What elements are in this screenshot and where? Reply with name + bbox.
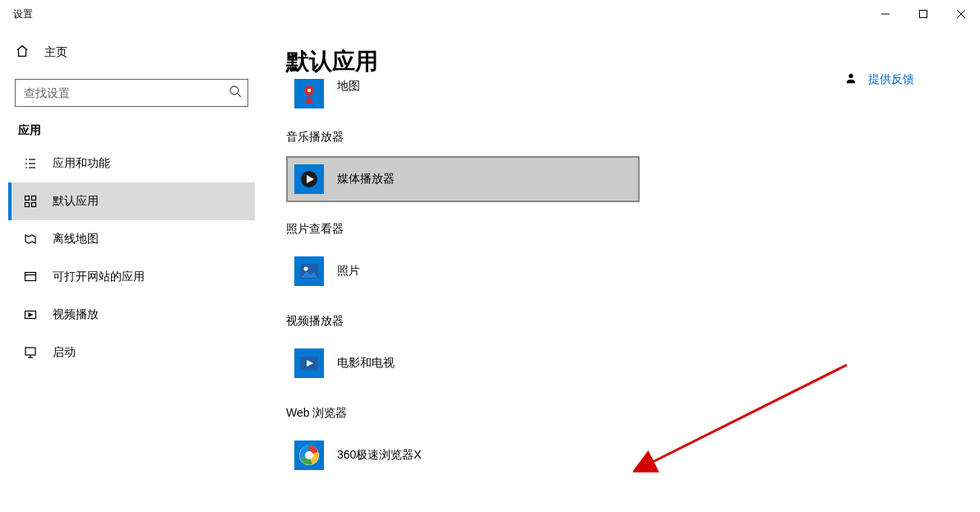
video-playback-icon	[23, 308, 38, 321]
svg-rect-15	[32, 203, 36, 207]
nav-video-playback[interactable]: 视频播放	[8, 296, 255, 334]
default-app-icon	[23, 195, 38, 208]
search-wrap	[15, 79, 248, 107]
nav-label: 视频播放	[53, 307, 99, 322]
window-controls	[867, 1, 980, 27]
svg-rect-13	[32, 196, 36, 201]
photos-app-icon	[294, 256, 324, 286]
sidebar-section: 应用	[18, 123, 255, 138]
app-name: 媒体播放器	[337, 172, 395, 187]
category-web: Web 浏览器 360极速浏览器X	[286, 406, 980, 478]
category-label: 音乐播放器	[286, 130, 980, 145]
app-name: 电影和电视	[337, 356, 395, 371]
svg-point-30	[304, 267, 308, 271]
main-content: 默认应用 提供反馈 地图 音乐播放器	[255, 28, 980, 512]
app-tile-photo[interactable]: 照片	[286, 248, 640, 294]
sidebar: 主页 应用 应用和功能	[0, 28, 255, 512]
nav-startup[interactable]: 启动	[8, 334, 255, 371]
svg-point-35	[305, 451, 313, 459]
app-tile-maps[interactable]: 地图	[286, 77, 640, 110]
app-name: 照片	[337, 264, 360, 279]
titlebar: 设置	[0, 0, 980, 28]
nav-label: 应用和功能	[53, 156, 110, 171]
nav-default-apps[interactable]: 默认应用	[8, 182, 255, 220]
svg-rect-19	[25, 348, 35, 355]
website-app-icon	[23, 270, 38, 284]
search-input[interactable]	[15, 79, 248, 107]
close-button[interactable]	[942, 1, 980, 27]
svg-point-22	[848, 74, 853, 78]
nav-apps-features[interactable]: 应用和功能	[8, 145, 255, 182]
nav-offline-maps[interactable]: 离线地图	[8, 220, 255, 258]
svg-point-25	[307, 89, 311, 92]
movies-tv-icon	[294, 348, 324, 378]
nav-label: 默认应用	[53, 194, 99, 209]
category-label: 视频播放器	[286, 314, 980, 329]
nav-label: 可打开网站的应用	[53, 270, 145, 284]
nav-label: 离线地图	[53, 232, 99, 247]
browser-360x-icon	[294, 441, 324, 470]
home-icon	[15, 44, 30, 62]
svg-rect-16	[25, 273, 36, 281]
window-title: 设置	[13, 7, 33, 21]
startup-icon	[23, 346, 38, 359]
nav-apps-for-websites[interactable]: 可打开网站的应用	[8, 258, 255, 296]
app-name: 地图	[337, 79, 360, 94]
app-tile-web[interactable]: 360极速浏览器X	[286, 432, 640, 478]
category-label: Web 浏览器	[286, 406, 980, 421]
minimize-button[interactable]	[867, 1, 904, 27]
feedback-link[interactable]: 提供反馈	[868, 72, 914, 87]
category-music: 音乐播放器 媒体播放器	[286, 130, 980, 202]
app-tile-video[interactable]: 电影和电视	[286, 340, 640, 386]
svg-rect-12	[25, 196, 30, 201]
svg-rect-14	[25, 203, 30, 207]
feedback-row: 提供反馈	[845, 72, 914, 87]
app-tile-music[interactable]: 媒体播放器	[286, 156, 640, 202]
category-video: 视频播放器 电影和电视	[286, 314, 980, 386]
person-icon	[845, 72, 857, 87]
maximize-button[interactable]	[904, 1, 942, 27]
list-icon	[23, 157, 38, 170]
category-photo: 照片查看器 照片	[286, 222, 980, 294]
map-icon	[23, 233, 38, 246]
category-label: 照片查看器	[286, 222, 980, 237]
svg-rect-1	[920, 11, 927, 18]
maps-app-icon	[294, 79, 324, 108]
media-player-icon	[294, 164, 324, 194]
home-link[interactable]: 主页	[8, 36, 255, 69]
nav-label: 启动	[53, 345, 76, 360]
app-name: 360极速浏览器X	[337, 448, 422, 463]
home-label: 主页	[44, 45, 67, 60]
